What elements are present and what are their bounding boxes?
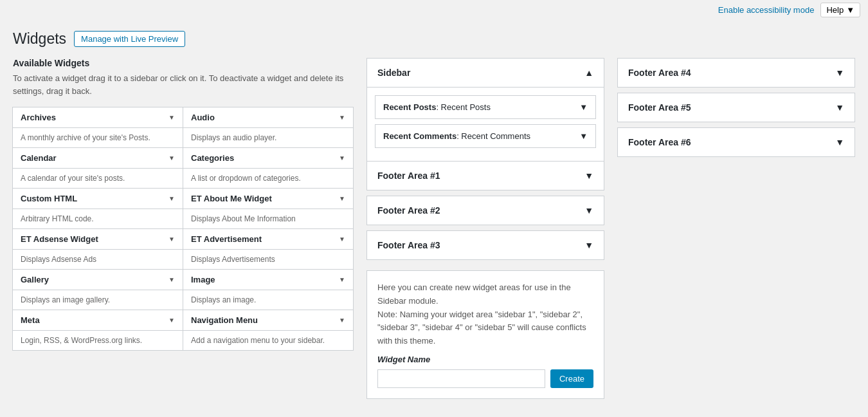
widget-item: ET Adsense Widget ▼ Displays Adsense Ads bbox=[12, 228, 183, 270]
widget-description: Displays an image. bbox=[183, 290, 353, 310]
chevron-down-icon: ▼ bbox=[168, 114, 175, 121]
widget-description: Displays Advertisements bbox=[183, 250, 353, 269]
available-widgets-panel: Available Widgets To activate a widget d… bbox=[13, 58, 354, 351]
widget-description: Displays an audio player. bbox=[183, 128, 353, 147]
widget-header[interactable]: Custom HTML ▼ bbox=[13, 189, 183, 209]
widget-item: Categories ▼ A list or dropdown of categ… bbox=[183, 147, 354, 189]
live-preview-button[interactable]: Manage with Live Preview bbox=[74, 31, 185, 47]
page-wrapper: Widgets Manage with Live Preview Availab… bbox=[0, 20, 868, 409]
widget-description: Add a navigation menu to your sidebar. bbox=[183, 331, 353, 350]
widget-description: A calendar of your site's posts. bbox=[13, 169, 183, 188]
footer-area: Footer Area #4 ▼ bbox=[617, 58, 855, 88]
sidebar-widget-title: Recent Comments: Recent Comments bbox=[383, 131, 530, 141]
footer-area-header[interactable]: Footer Area #5 ▼ bbox=[618, 93, 854, 122]
footer-area: Footer Area #1 ▼ bbox=[366, 161, 604, 190]
widget-description: Displays About Me Information bbox=[183, 209, 353, 228]
page-title: Widgets bbox=[13, 30, 66, 48]
widget-header[interactable]: Categories ▼ bbox=[183, 148, 353, 169]
widget-description: Displays Adsense Ads bbox=[13, 250, 183, 269]
create-button[interactable]: Create bbox=[550, 369, 593, 388]
footer-area: Footer Area #5 ▼ bbox=[617, 93, 855, 122]
footer-area-title: Footer Area #1 bbox=[377, 171, 440, 181]
footer-area-title: Footer Area #2 bbox=[377, 205, 440, 216]
sidebar-chevron-up: ▲ bbox=[584, 68, 593, 78]
footer-area-header[interactable]: Footer Area #3 ▼ bbox=[367, 231, 604, 259]
chevron-down-icon: ▼ bbox=[584, 205, 593, 216]
widget-description: Login, RSS, & WordPress.org links. bbox=[13, 331, 183, 350]
widget-name: Audio bbox=[191, 113, 215, 122]
widget-item: Audio ▼ Displays an audio player. bbox=[183, 107, 354, 148]
footer-area: Footer Area #6 ▼ bbox=[617, 127, 855, 157]
right-column: Footer Area #4 ▼ Footer Area #5 ▼ Footer… bbox=[617, 58, 855, 399]
widget-header[interactable]: ET About Me Widget ▼ bbox=[183, 189, 353, 209]
sidebar-widget-chevron: ▼ bbox=[579, 102, 588, 112]
footer-area-title: Footer Area #4 bbox=[628, 68, 691, 78]
widget-name: Categories bbox=[191, 153, 234, 163]
widget-header[interactable]: ET Advertisement ▼ bbox=[183, 229, 353, 250]
chevron-down-icon: ▼ bbox=[168, 276, 175, 283]
widget-header[interactable]: Navigation Menu ▼ bbox=[183, 310, 353, 331]
footer-area-header[interactable]: Footer Area #1 ▼ bbox=[367, 162, 604, 190]
footer-area: Footer Area #3 ▼ bbox=[366, 230, 604, 260]
widget-item: ET About Me Widget ▼ Displays About Me I… bbox=[183, 188, 354, 229]
sidebars-panel: Sidebar ▲ Recent Posts: Recent Posts ▼ R… bbox=[366, 58, 855, 399]
widget-item: Custom HTML ▼ Arbitrary HTML code. bbox=[12, 188, 183, 229]
footer-area-header[interactable]: Footer Area #4 ▼ bbox=[618, 59, 854, 87]
widget-description: A monthly archive of your site's Posts. bbox=[13, 128, 183, 147]
widget-item: Archives ▼ A monthly archive of your sit… bbox=[12, 107, 183, 148]
widget-header[interactable]: Image ▼ bbox=[183, 270, 353, 290]
widget-name: ET Advertisement bbox=[191, 234, 262, 244]
chevron-down-icon: ▼ bbox=[168, 154, 175, 162]
widget-name: Image bbox=[191, 275, 215, 284]
widget-header[interactable]: Calendar ▼ bbox=[13, 148, 183, 169]
widget-header[interactable]: Audio ▼ bbox=[183, 107, 353, 128]
help-button[interactable]: Help ▼ bbox=[820, 3, 860, 17]
footer-area-header[interactable]: Footer Area #2 ▼ bbox=[367, 196, 604, 225]
footer-area-title: Footer Area #3 bbox=[377, 240, 440, 250]
widget-header[interactable]: Gallery ▼ bbox=[13, 270, 183, 290]
widget-item: Calendar ▼ A calendar of your site's pos… bbox=[12, 147, 183, 189]
footer-area-title: Footer Area #6 bbox=[628, 137, 691, 147]
widget-name-row: Create bbox=[377, 369, 593, 388]
sidebar-widget-row: Recent Comments: Recent Comments ▼ bbox=[375, 124, 596, 148]
widget-header[interactable]: Meta ▼ bbox=[13, 310, 183, 331]
sidebar-widget-title: Recent Posts: Recent Posts bbox=[383, 102, 491, 112]
widget-name: Calendar bbox=[21, 153, 57, 163]
new-widget-area: Here you can create new widget areas for… bbox=[366, 270, 604, 399]
main-content: Available Widgets To activate a widget d… bbox=[13, 58, 855, 399]
chevron-down-icon: ▼ bbox=[168, 236, 175, 243]
widget-item: ET Advertisement ▼ Displays Advertisemen… bbox=[183, 228, 354, 270]
available-widgets-title: Available Widgets bbox=[13, 58, 354, 68]
right-footer-areas: Footer Area #4 ▼ Footer Area #5 ▼ Footer… bbox=[617, 58, 855, 162]
widget-description: A list or dropdown of categories. bbox=[183, 169, 353, 188]
widget-description: Displays an image gallery. bbox=[13, 290, 183, 310]
top-bar: Enable accessibility mode Help ▼ bbox=[0, 0, 868, 20]
accessibility-link[interactable]: Enable accessibility mode bbox=[718, 5, 815, 15]
available-widgets-description: To activate a widget drag it to a sideba… bbox=[13, 72, 354, 97]
page-header: Widgets Manage with Live Preview bbox=[13, 30, 855, 48]
new-widget-desc1: Here you can create new widget areas for… bbox=[377, 281, 593, 348]
chevron-down-icon: ▼ bbox=[168, 195, 175, 202]
chevron-down-icon: ▼ bbox=[339, 317, 345, 324]
chevron-down-icon: ▼ bbox=[584, 240, 593, 250]
sidebar-title: Sidebar bbox=[377, 68, 410, 78]
widget-item: Meta ▼ Login, RSS, & WordPress.org links… bbox=[12, 310, 183, 351]
widget-name-input[interactable] bbox=[377, 369, 545, 388]
chevron-down-icon: ▼ bbox=[339, 236, 345, 243]
widget-header[interactable]: ET Adsense Widget ▼ bbox=[13, 229, 183, 250]
widget-name: ET Adsense Widget bbox=[21, 234, 98, 244]
footer-area-header[interactable]: Footer Area #6 ▼ bbox=[618, 128, 854, 156]
widget-header[interactable]: Archives ▼ bbox=[13, 107, 183, 128]
footer-area: Footer Area #2 ▼ bbox=[366, 196, 604, 225]
sidebar-area-header[interactable]: Sidebar ▲ bbox=[367, 59, 604, 88]
widget-name-label: Widget Name bbox=[377, 355, 593, 364]
widget-name: Gallery bbox=[21, 275, 49, 284]
widget-name: ET About Me Widget bbox=[191, 194, 272, 203]
widget-item: Gallery ▼ Displays an image gallery. bbox=[12, 269, 183, 310]
widget-name: Meta bbox=[21, 315, 40, 325]
widget-name: Custom HTML bbox=[21, 194, 77, 203]
chevron-down-icon: ▼ bbox=[168, 317, 175, 324]
sidebar-area: Sidebar ▲ Recent Posts: Recent Posts ▼ R… bbox=[366, 58, 604, 162]
chevron-down-icon: ▼ bbox=[835, 137, 844, 147]
chevron-down-icon: ▼ bbox=[835, 68, 844, 78]
